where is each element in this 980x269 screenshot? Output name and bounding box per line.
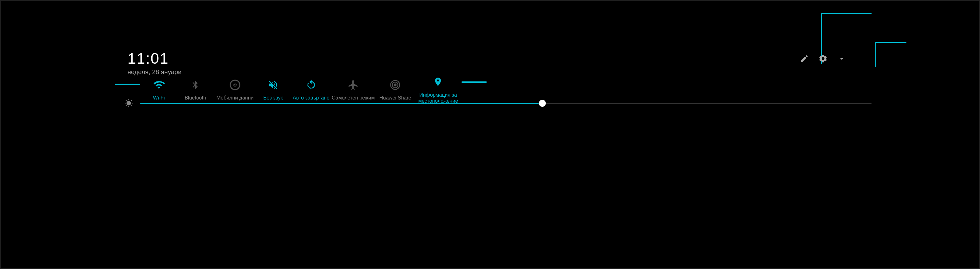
brightness-row [124, 99, 872, 108]
wifi-pre-slider [115, 84, 140, 85]
toggle-silent[interactable]: Без звук [256, 76, 291, 101]
toggle-airplane[interactable]: Самолетен режим [332, 76, 375, 101]
brightness-fill [140, 103, 542, 104]
toggle-mobile-data[interactable]: ① Мобилни данни [215, 76, 256, 101]
settings-icon[interactable] [818, 54, 828, 63]
time-display: 11:01 [127, 50, 181, 67]
corner-bracket-inner-icon [875, 42, 907, 67]
top-icons-bar [800, 54, 846, 63]
brightness-icon [124, 99, 134, 108]
edit-icon[interactable] [800, 54, 809, 63]
toggle-auto-rotate[interactable]: Авто завъртане [291, 76, 332, 101]
toggle-wifi[interactable]: Wi-Fi [142, 76, 177, 101]
time-section: 11:01 неделя, 28 януари [127, 50, 181, 76]
toggle-huawei-share[interactable]: Huawei Share [375, 76, 416, 101]
svg-point-2 [394, 84, 397, 87]
screen: 11:01 неделя, 28 януари [0, 0, 980, 269]
brightness-thumb[interactable] [539, 100, 546, 107]
toggle-bluetooth[interactable]: Bluetooth [177, 76, 215, 101]
expand-icon[interactable] [837, 54, 846, 63]
brightness-slider[interactable] [140, 103, 872, 104]
location-post-slider [461, 81, 487, 83]
